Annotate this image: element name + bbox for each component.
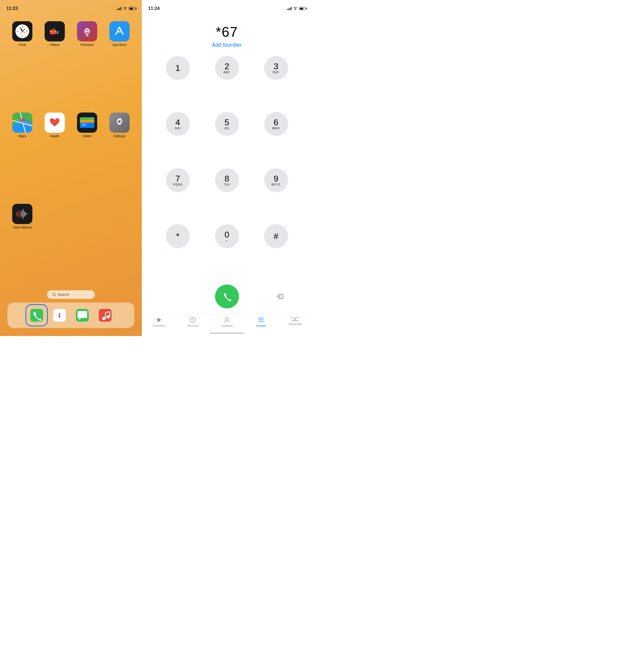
svg-line-41	[55, 295, 56, 296]
svg-point-8	[22, 31, 23, 32]
wallet-label: Wallet	[83, 134, 92, 138]
status-icons-left	[116, 7, 135, 10]
key-1[interactable]: 1	[166, 56, 190, 80]
tab-recents-label: Recents	[187, 324, 198, 327]
add-number-link[interactable]: Add Number	[147, 42, 307, 48]
clock-face: 12 3 6 9	[16, 24, 29, 38]
key-5-letters: JKL	[224, 127, 230, 130]
key-9[interactable]: 9 WXYZ	[264, 168, 288, 192]
phone-icon	[30, 309, 43, 322]
app-videos[interactable]: 🍎 tv Videos	[40, 21, 70, 105]
dock-messages[interactable]	[73, 306, 92, 325]
app-podcasts[interactable]: Podcasts	[72, 21, 102, 105]
voicememos-label: Voice Memos	[13, 225, 32, 229]
app-clock[interactable]: 12 3 6 9 Clock	[7, 21, 37, 105]
search-bar[interactable]: Search	[47, 290, 95, 299]
key-hash[interactable]: #	[264, 224, 288, 248]
contacts-icon	[224, 317, 230, 323]
key-6-num: 6	[274, 118, 279, 127]
backspace-icon	[277, 294, 284, 299]
tab-contacts[interactable]: Contacts	[210, 317, 244, 327]
key-6-letters: MNO	[272, 127, 280, 130]
time-right: 11:24	[148, 6, 160, 11]
svg-point-62	[226, 317, 228, 320]
dock-phone[interactable]	[27, 306, 46, 325]
key-5[interactable]: 5 JKL	[215, 112, 239, 136]
key-star-num: *	[176, 232, 179, 240]
key-6[interactable]: 6 MNO	[264, 112, 288, 136]
key-7[interactable]: 7 PQRS	[166, 168, 190, 192]
tab-voicemail[interactable]: Voicemail	[278, 317, 312, 327]
key-7-num: 7	[176, 174, 180, 183]
home-indicator-right	[210, 332, 244, 334]
key-0[interactable]: 0 +	[215, 224, 239, 248]
key-3[interactable]: 3 DEF	[264, 56, 288, 80]
keypad: 1 2 ABC 3 DEF 4 GHI 5 JKL 6 MNO 7 PQRS 8	[142, 51, 312, 282]
svg-point-40	[53, 293, 55, 296]
tab-favorites[interactable]: Favorites	[142, 317, 176, 327]
videos-label: Videos	[50, 43, 59, 47]
svg-text:12: 12	[22, 26, 24, 27]
settings-svg	[112, 116, 126, 130]
svg-point-20	[21, 118, 24, 122]
app-maps[interactable]: Maps	[7, 112, 37, 196]
svg-rect-24	[81, 124, 87, 125]
dialed-number: *67	[147, 24, 307, 40]
dialer-tabs: Favorites Recents Contacts	[142, 314, 312, 332]
key-2-num: 2	[225, 62, 229, 71]
appstore-app-icon	[109, 21, 130, 42]
key-8-letters: TUV	[224, 183, 230, 186]
maps-label: Maps	[18, 134, 26, 138]
dialer-number-display: *67 Add Number	[142, 13, 312, 51]
call-row	[142, 282, 312, 314]
clock-label: Clock	[18, 43, 26, 47]
tab-recents[interactable]: Recents	[176, 317, 210, 327]
dock-safari[interactable]	[50, 306, 69, 325]
key-3-letters: DEF	[273, 71, 279, 74]
maps-svg	[12, 112, 32, 133]
key-star[interactable]: *	[166, 224, 190, 248]
tab-voicemail-label: Voicemail	[289, 322, 301, 326]
svg-point-53	[106, 315, 110, 319]
app-grid: 12 3 6 9 Clock	[0, 13, 142, 288]
key-0-letters: +	[226, 239, 228, 242]
app-settings[interactable]: Settings	[105, 112, 134, 196]
call-button[interactable]	[215, 285, 239, 308]
messages-icon	[76, 309, 89, 322]
tab-favorites-label: Favorites	[153, 324, 165, 327]
dock	[7, 302, 134, 328]
key-2[interactable]: 2 ABC	[215, 56, 239, 80]
dialer-screen: 11:24 *67 Add Number 1 2 ABC	[142, 0, 312, 336]
status-bar-right: 11:24	[142, 0, 312, 13]
delete-button[interactable]	[272, 289, 288, 304]
key-0-num: 0	[225, 231, 229, 239]
dock-music[interactable]	[96, 306, 115, 325]
appstore-svg	[112, 24, 126, 38]
svg-point-27	[118, 120, 121, 123]
key-9-num: 9	[274, 174, 279, 183]
podcasts-app-icon	[77, 21, 97, 42]
key-8-num: 8	[225, 174, 229, 183]
key-4-letters: GHI	[175, 127, 181, 130]
music-icon	[99, 309, 111, 322]
maps-app-icon	[12, 112, 32, 133]
tv-svg: 🍎 tv	[48, 26, 61, 37]
svg-text:tv: tv	[55, 29, 59, 35]
appstore-label: App Store	[112, 43, 126, 47]
app-appstore[interactable]: App Store	[105, 21, 134, 105]
search-icon	[52, 293, 56, 296]
svg-point-68	[262, 319, 263, 320]
app-wallet[interactable]: Wallet	[72, 112, 102, 196]
settings-label: Settings	[114, 134, 125, 138]
podcasts-svg	[80, 24, 94, 38]
wifi-icon-right	[293, 7, 297, 10]
voicememos-app-icon	[12, 204, 32, 224]
app-voicememos[interactable]: Voice Memos	[7, 204, 37, 288]
tab-keypad[interactable]: Keypad	[244, 317, 278, 327]
key-4[interactable]: 4 GHI	[166, 112, 190, 136]
svg-point-73	[295, 317, 299, 321]
svg-point-64	[260, 317, 262, 319]
key-8[interactable]: 8 TUV	[215, 168, 239, 192]
app-health[interactable]: Health	[40, 112, 70, 196]
key-3-num: 3	[274, 62, 279, 71]
